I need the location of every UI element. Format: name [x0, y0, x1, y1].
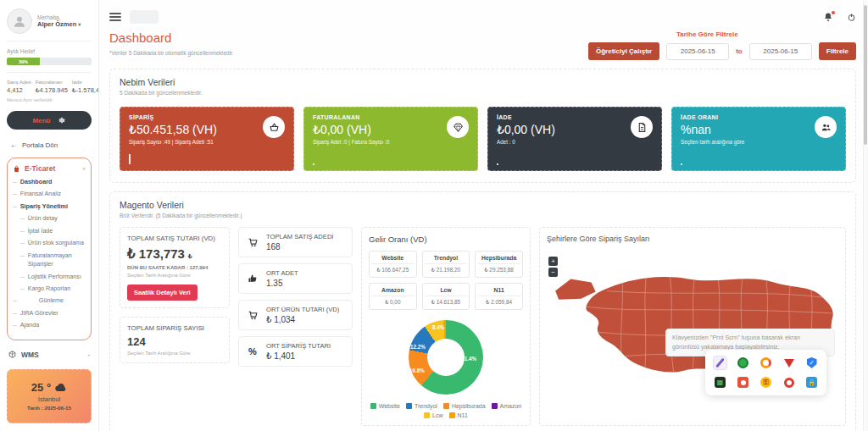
kpi-avg-order-total: % ORT SİPARİŞ TUTARI₺ 1,401: [238, 336, 353, 367]
donut-label-hepsiburada: 16.8%: [409, 367, 425, 373]
card-value: ₺0,00 (VH): [313, 123, 469, 136]
sidebar-item-siparis-yonetimi[interactable]: --Sipariş Yönetimi: [13, 202, 86, 211]
topbar-icons: [823, 12, 856, 22]
red-ring-extension-icon[interactable]: [782, 375, 796, 390]
dark-grid-extension-icon[interactable]: ▦: [713, 375, 727, 390]
turkey-map[interactable]: + −: [547, 250, 838, 395]
tutorial-button[interactable]: Öğreticiyi Çalıştır: [588, 42, 659, 60]
record-extension-icon[interactable]: [736, 375, 750, 390]
divider: [7, 72, 92, 73]
scrollbar-thumb[interactable]: [864, 5, 867, 145]
card-sub: Adet : 0: [497, 139, 653, 145]
sidebar-item-urun-detay[interactable]: --Ürün detay: [20, 214, 86, 223]
magento-col-kpis: TOPLAM SATIŞ ADEDİ168 ORT ADET1.35 ORT Ü…: [238, 227, 353, 426]
sidebar-item-eticaret[interactable]: E-Ticaret +: [13, 164, 86, 173]
map-zoom-in-button[interactable]: +: [548, 257, 558, 266]
date-to-input[interactable]: [749, 43, 812, 60]
card-iade-orani: İADE ORANI %nan Seçilen tarih aralığına …: [671, 107, 846, 171]
dash-prefix: --: [20, 273, 25, 281]
stat-label: İade: [72, 80, 99, 85]
sidebar-item-ajanda[interactable]: --Ajanda: [13, 321, 86, 329]
hamburger-menu-icon[interactable]: [109, 13, 121, 21]
app-logo: [130, 10, 159, 24]
tile-lcw: Lcw₺ 14.613,85: [422, 283, 470, 310]
sidebar-item-faturalanmayan-siparisler[interactable]: --Faturalanmayan Siparişler: [20, 251, 86, 269]
legend-hepsiburada[interactable]: Hepsiburada: [443, 403, 486, 409]
sidebar-item-dashboard[interactable]: --Dashboard: [13, 178, 86, 186]
back-arrow-icon: ←: [10, 141, 17, 149]
pen-extension-icon[interactable]: [713, 356, 727, 370]
notifications-bell-icon[interactable]: [823, 12, 833, 22]
user-profile[interactable]: Merhaba, Alper Özmen ▾: [7, 8, 92, 34]
map-title: Şehirlere Göre Sipariş Sayıları: [547, 235, 838, 243]
sidebar-item-wms[interactable]: WMS -: [8, 351, 90, 359]
card-faturalanan: FATURALANAN ₺0,00 (VH) Sipariş Adet :0 |…: [303, 107, 478, 171]
stat-value: 4,412: [7, 86, 31, 94]
cart-icon: [246, 310, 259, 321]
legend-n11[interactable]: N11: [449, 412, 468, 418]
eticaret-menu-box: E-Ticaret + --Dashboard --Finansal Anali…: [7, 157, 92, 340]
weather-date: Tarih : 2025-06-15: [27, 405, 71, 411]
progress-fill: 39%: [7, 58, 40, 65]
legend-lcw[interactable]: Lcw: [424, 412, 442, 418]
page-scrollbar[interactable]: [863, 0, 868, 431]
date-from-input[interactable]: [666, 43, 729, 60]
sidebar-item-iptal-iade[interactable]: --İptal İade: [20, 227, 86, 235]
chevron-down-icon: ▾: [78, 22, 81, 27]
page-title: Dashboard: [109, 30, 234, 45]
avatar: [7, 8, 32, 34]
revenue-tiles: Website₺ 106.647,25 Trendyol₺ 21.198,20 …: [369, 251, 523, 310]
portal-back-link[interactable]: ← Portala Dön: [10, 141, 92, 149]
magento-title: Magento Verileri: [120, 200, 846, 210]
thumbs-up-icon: [246, 274, 259, 284]
sidebar-item-gunleme[interactable]: --Günleme: [13, 296, 86, 305]
map-zoom-out-button[interactable]: −: [548, 268, 558, 277]
sidebar-item-finansal-analiz[interactable]: --Finansal Analiz: [13, 190, 86, 198]
nebim-title: Nebim Verileri: [120, 77, 846, 87]
donut-label-lcw: 8.4%: [432, 324, 444, 330]
user-name[interactable]: Alper Özmen ▾: [37, 20, 81, 28]
dash-prefix: --: [20, 239, 25, 247]
sidebar-item-lojistik-performansi[interactable]: --Lojistik Performansı: [20, 273, 86, 281]
legend-website[interactable]: Website: [370, 403, 400, 409]
city-orders-map-card: Şehirlere Göre Sipariş Sayıları + −: [539, 227, 846, 426]
total-sales-label: TOPLAM SATIŞ TUTARI (VD): [127, 235, 222, 242]
download-arrow-extension-icon[interactable]: [782, 356, 796, 370]
magento-col-totals: TOPLAM SATIŞ TUTARI (VD) ₺ 173,773 ₺ DÜN…: [120, 227, 230, 426]
legend-amazon[interactable]: Amazon: [492, 403, 522, 409]
filter-button[interactable]: Filtrele: [819, 42, 856, 60]
auto-refresh-note: *Veriler 5 Dakikada bir otomatik güncell…: [109, 50, 234, 56]
dash-prefix: --: [20, 227, 25, 235]
percent-icon: %: [246, 346, 259, 356]
donut-label-trendyol: 12.2%: [410, 344, 426, 350]
expand-icon: +: [82, 166, 86, 172]
magento-section: Magento Verileri Brüt Verilerdir. (5 Dak…: [109, 191, 856, 431]
revenue-donut-chart[interactable]: 61.4% 16.8% 12.2% 8.4%: [409, 320, 483, 395]
card-label: İADE: [497, 114, 653, 120]
menu-button[interactable]: Menü: [7, 111, 92, 130]
dot-mark: [497, 163, 498, 165]
currency-suffix: ₺: [188, 253, 192, 259]
shield-check-extension-icon[interactable]: ✓: [804, 356, 819, 370]
stat-label: Faturalanan: [36, 80, 68, 85]
legend-trendyol[interactable]: Trendyol: [406, 403, 437, 409]
eticaret-label: E-Ticaret: [25, 164, 78, 173]
yesterday-comparison: DÜN BU SAATE KADAR : 127,994: [127, 265, 222, 270]
power-icon[interactable]: [847, 13, 856, 22]
sidebar-item-urun-stok-sorgulama[interactable]: --Ürün stok sorgulama: [20, 239, 86, 247]
key-extension-icon[interactable]: ⚿: [759, 375, 773, 390]
weather-city: İstanbul: [38, 395, 60, 403]
stat-value: ₺4.178.945: [36, 86, 68, 94]
card-sub: Sipariş Sayısı :49 | Sipariş Adeti :51: [129, 139, 285, 145]
total-orders-value: 124: [127, 335, 222, 348]
menu-button-label: Menü: [33, 117, 51, 124]
notification-badge: [832, 11, 835, 14]
orange-ring-extension-icon[interactable]: [759, 356, 773, 370]
green-circle-extension-icon[interactable]: [736, 356, 750, 370]
sidebar-item-jira-gorevler[interactable]: --JIRA Görevler: [13, 309, 86, 318]
app-window: Merhaba, Alper Özmen ▾ Aylık Hedef 39% S…: [0, 0, 868, 431]
dash-prefix: --: [20, 285, 25, 293]
lock-extension-icon[interactable]: 🔒: [804, 375, 819, 390]
hourly-detail-button[interactable]: Saatlik Detaylı Veri: [127, 285, 198, 301]
sidebar-item-kargo-raporlari[interactable]: --Kargo Raporları: [20, 285, 86, 293]
